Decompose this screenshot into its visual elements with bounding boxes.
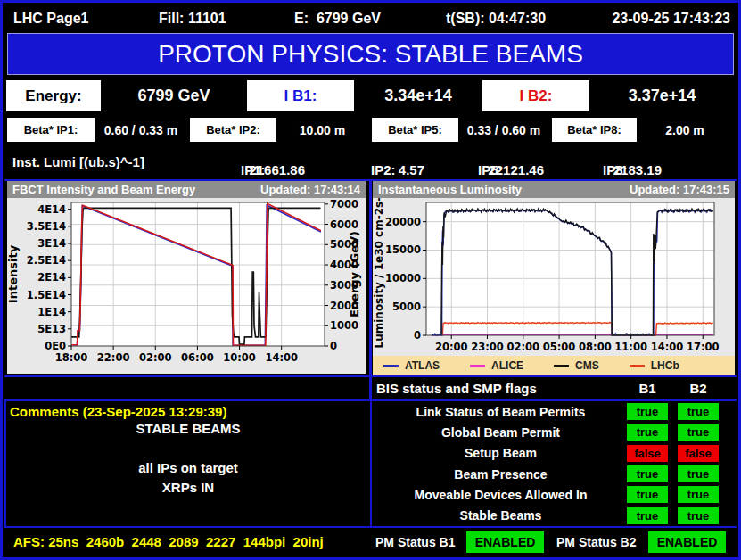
legend-item-cms: CMS: [554, 359, 599, 372]
legend-label-lhcb: LHCb: [651, 359, 679, 372]
bis-row-global-permit: Global Beam Permit true true: [375, 422, 735, 442]
inst-lumi-row: Inst. Lumi [(ub.s)^-1] IP1:21661.86 IP2:…: [5, 146, 736, 177]
pm-status-b1-label: PM Status B1: [375, 535, 455, 549]
beam-energy: E: 6799 GeV: [294, 11, 381, 27]
lhcb-line-swatch: [630, 365, 645, 367]
lhc-page1-screen: LHC Page1 Fill: 11101 E: 6799 GeV t(SB):…: [0, 0, 741, 560]
bis-row-label: Stable Beams: [375, 506, 627, 526]
beta-ip2-value: 10.00 m: [276, 118, 368, 142]
svg-text:0: 0: [414, 329, 421, 342]
bis-row-link-status: Link Status of Beam Permits true true: [375, 401, 735, 422]
status-chip-b1: false: [627, 445, 668, 462]
legend-label-alice: ALICE: [491, 359, 523, 372]
legend-item-alice: ALICE: [470, 359, 523, 372]
beta-ip1-value: 0.60 / 0.33 m: [95, 118, 187, 142]
bis-row-setup-beam: Setup Beam false false: [375, 443, 735, 464]
svg-text:5000: 5000: [392, 301, 421, 313]
bis-title: BIS status and SMP flags: [376, 381, 537, 396]
bis-flags-table: Link Status of Beam Permits true true Gl…: [375, 401, 735, 526]
svg-text:06:00: 06:00: [181, 351, 214, 364]
svg-text:11:00: 11:00: [614, 341, 647, 352]
status-chip-b2: true: [678, 486, 719, 503]
pm-status-b2-chip: ENABLED: [648, 531, 726, 553]
luminosity-chart-title: Instantaneous Luminosity: [378, 183, 522, 196]
fill-number: Fill: 11101: [159, 11, 226, 27]
svg-text:14:00: 14:00: [265, 351, 298, 364]
luminosity-legend: ATLAS ALICE CMS LHCb: [373, 356, 735, 375]
svg-text:1.5E14: 1.5E14: [27, 289, 66, 301]
cms-line-swatch: [554, 365, 569, 367]
bis-row-label: Setup Beam: [375, 443, 627, 464]
svg-text:14:00: 14:00: [651, 341, 684, 352]
status-chip-b2: true: [678, 507, 719, 524]
svg-text:10000: 10000: [385, 272, 421, 284]
beta-star-row: Beta* IP1: 0.60 / 0.33 m Beta* IP2: 10.0…: [5, 116, 736, 144]
luminosity-chart-updated: Updated: 17:43:15: [630, 183, 729, 196]
bis-col-b1: B1: [627, 381, 668, 396]
bis-row-moveable-devices: Moveable Devices Allowed In true true: [375, 484, 735, 505]
svg-text:6000: 6000: [330, 218, 358, 231]
beta-ip8-value: 2.00 m: [637, 118, 733, 142]
beta-ip2-label: Beta* IP2:: [190, 118, 276, 142]
afs-scheme: AFS: 25ns_2460b_2448_2089_2227_144bpi_20…: [13, 534, 324, 549]
status-chip-b2: true: [678, 424, 719, 441]
status-chip-b1: true: [627, 424, 668, 441]
status-chip-b1: true: [627, 465, 668, 482]
status-chip-b1: true: [627, 403, 668, 420]
alice-line-swatch: [470, 365, 485, 367]
datetime: 23-09-25 17:43:23: [612, 11, 730, 27]
bis-header: BIS status and SMP flags B1 B2: [375, 377, 735, 399]
svg-text:02:00: 02:00: [139, 351, 172, 364]
beta-ip5-value: 0.33 / 0.60 m: [458, 118, 549, 142]
lumi-ip5-value: 22121.46: [478, 162, 544, 177]
svg-text:20000: 20000: [385, 216, 421, 228]
svg-text:05:00: 05:00: [543, 341, 576, 352]
svg-text:08:00: 08:00: [579, 341, 612, 352]
bottom-bar: AFS: 25ns_2460b_2448_2089_2227_144bpi_20…: [5, 528, 736, 557]
svg-text:22:00: 22:00: [97, 351, 130, 364]
atlas-line-swatch: [383, 365, 399, 367]
legend-label-atlas: ATLAS: [405, 359, 440, 372]
lumi-ip1-value: 21661.86: [241, 162, 305, 177]
lumi-ip2-value: 4.57: [371, 162, 424, 177]
comment-line: STABLE BEAMS: [6, 419, 370, 439]
luminosity-chart-panel: Instantaneous Luminosity Updated: 17:43:…: [373, 181, 735, 374]
svg-text:2E14: 2E14: [37, 271, 66, 284]
fbct-chart-updated: Updated: 17:43:14: [260, 183, 360, 196]
bis-row-stable-beams: Stable Beams true true: [375, 506, 735, 526]
status-chip-b2: true: [678, 403, 719, 420]
svg-text:10:00: 10:00: [223, 351, 256, 364]
bis-row-beam-presence: Beam Presence true true: [375, 464, 735, 484]
comments-box: Comments (23-Sep-2025 13:29:39) STABLE B…: [4, 399, 372, 528]
mode-banner: PROTON PHYSICS: STABLE BEAMS: [7, 33, 734, 75]
luminosity-chart-header: Instantaneous Luminosity Updated: 17:43:…: [373, 181, 735, 198]
status-chip-b2: false: [678, 445, 719, 462]
fbct-chart: 18:0022:0002:0006:0010:0014:000E05E131E1…: [7, 198, 366, 377]
svg-text:20:00: 20:00: [435, 341, 468, 352]
svg-text:1000: 1000: [330, 319, 358, 332]
pm-status-b1-chip: ENABLED: [466, 531, 544, 553]
bis-row-label: Link Status of Beam Permits: [375, 401, 627, 422]
intensity-b1-value: 3.34e+14: [354, 80, 482, 111]
svg-text:Energy (GeV): Energy (GeV): [348, 231, 361, 317]
fbct-chart-header: FBCT Intensity and Beam Energy Updated: …: [7, 181, 366, 198]
energy-value: 6799 GeV: [101, 80, 247, 111]
luminosity-chart: 20:0023:0002:0005:0008:0011:0014:0017:00…: [373, 198, 735, 356]
svg-text:7000: 7000: [330, 198, 358, 210]
svg-text:18:00: 18:00: [55, 351, 88, 364]
topbar: LHC Page1 Fill: 11101 E: 6799 GeV t(SB):…: [5, 5, 736, 32]
status-chip-b2: true: [678, 465, 719, 482]
comment-line: XRPs IN: [6, 478, 370, 498]
intensity-b2-label: I B2:: [482, 80, 589, 111]
svg-text:4E14: 4E14: [37, 203, 66, 216]
svg-text:2.5E14: 2.5E14: [27, 254, 66, 267]
svg-text:15000: 15000: [385, 243, 421, 256]
bis-row-label: Beam Presence: [375, 464, 627, 484]
status-chip-b1: true: [627, 507, 668, 524]
energy-row: Energy: 6799 GeV I B1: 3.34e+14 I B2: 3.…: [5, 79, 736, 112]
svg-text:23:00: 23:00: [471, 341, 504, 352]
bis-row-label: Moveable Devices Allowed In: [375, 484, 627, 505]
comment-line: all IPs on target: [6, 458, 370, 478]
svg-text:02:00: 02:00: [506, 341, 539, 352]
svg-text:0: 0: [330, 340, 337, 352]
